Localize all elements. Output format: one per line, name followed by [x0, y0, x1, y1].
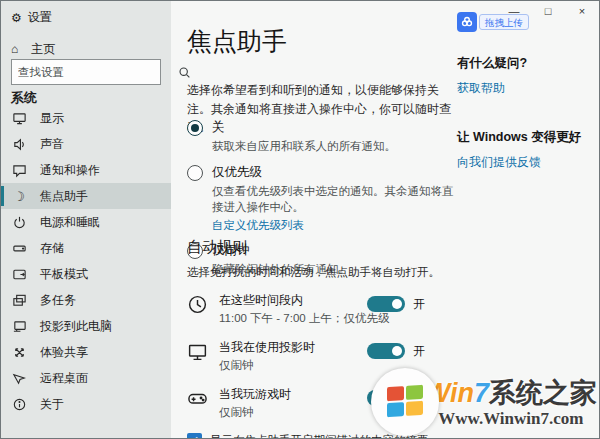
- sidebar-item-focus-assist[interactable]: ☽ 焦点助手: [1, 183, 171, 209]
- radio-option-priority-only[interactable]: 仅优先级 仅查看优先级列表中选定的通知。其余通知将直接进入操作中心。 自定义优先…: [187, 164, 455, 233]
- sidebar-item-notifications[interactable]: 通知和操作: [1, 157, 171, 183]
- search-icon[interactable]: [178, 66, 191, 79]
- sidebar-item-tablet-mode[interactable]: 平板模式: [1, 261, 171, 287]
- sidebar-item-projecting[interactable]: 投影到此电脑: [1, 313, 171, 339]
- sidebar-item-label: 电源和睡眠: [40, 214, 100, 231]
- rule-sublabel: 11:00 下午 - 7:00 上午；仅优先级: [219, 311, 389, 326]
- toggle-on[interactable]: [367, 296, 405, 312]
- sidebar-item-label: 关于: [40, 396, 64, 413]
- automatic-rules-title: 自动规则: [187, 238, 457, 257]
- sidebar-item-label: 多任务: [40, 292, 76, 309]
- window-title-text: 设置: [28, 9, 52, 26]
- multitask-icon: [11, 292, 27, 308]
- sidebar-item-label: 存储: [40, 240, 64, 257]
- share-icon: [11, 344, 27, 360]
- radio-description: 仅查看优先级列表中选定的通知。其余通知将直接进入操作中心。: [212, 183, 455, 216]
- rule-during-these-times: 在这些时间段内 11:00 下午 - 7:00 上午；仅优先级 开: [187, 292, 447, 326]
- brand-seven: 7: [474, 378, 489, 408]
- automatic-rules-description: 选择免打扰的时间和活动，焦点助手将自动打开。: [187, 265, 457, 280]
- home-label: 主页: [31, 41, 55, 58]
- radio-label: 关: [212, 119, 396, 136]
- sidebar-item-display[interactable]: 显示: [1, 105, 171, 131]
- settings-window: ⚙ 设置 ⌂ 主页 系统 显示: [0, 0, 600, 439]
- remote-desktop-icon: [11, 370, 27, 386]
- checkbox-checked-icon[interactable]: ✓: [187, 433, 202, 439]
- sidebar-nav: 显示 声音 通知和操作 ☽ 焦点助手: [1, 105, 171, 417]
- rule-sublabel: 仅闹钟: [219, 405, 291, 420]
- window-title: ⚙ 设置: [11, 9, 52, 26]
- get-help-link[interactable]: 获取帮助: [457, 80, 595, 97]
- watermark-url: Www.Winwin7.com: [425, 409, 597, 429]
- close-button[interactable]: ×: [571, 5, 593, 17]
- radio-selected-icon[interactable]: [187, 120, 203, 136]
- sidebar-item-home[interactable]: ⌂ 主页: [11, 37, 55, 61]
- upload-button-label[interactable]: 拖拽上传: [479, 14, 529, 30]
- sidebar-item-sound[interactable]: 声音: [1, 131, 171, 157]
- sidebar-item-label: 显示: [40, 110, 64, 127]
- clock-icon: [187, 292, 211, 316]
- focus-assist-icon: ☽: [11, 188, 27, 204]
- watermark-brand: Win7系统之家: [425, 375, 597, 411]
- sidebar-item-shared-experiences[interactable]: 体验共享: [1, 339, 171, 365]
- tablet-icon: [11, 266, 27, 282]
- brand-suffix: 系统之家: [489, 378, 597, 408]
- sidebar-item-label: 远程桌面: [40, 370, 88, 387]
- radio-unselected-icon[interactable]: [187, 165, 203, 181]
- make-windows-better-title: 让 Windows 变得更好: [457, 129, 595, 146]
- netdisk-icon: [457, 12, 477, 32]
- search-box: [11, 59, 161, 85]
- sidebar-item-label: 投影到此电脑: [40, 318, 112, 335]
- radio-option-off[interactable]: 关 获取来自应用和联系人的所有通知。: [187, 119, 455, 155]
- help-column: 有什么疑问? 获取帮助 让 Windows 变得更好 向我们提供反馈: [457, 55, 595, 171]
- storage-icon: [11, 240, 27, 256]
- customize-priority-list-link[interactable]: 自定义优先级列表: [212, 218, 455, 233]
- toggle-state-label: 开: [413, 343, 425, 360]
- sidebar-item-remote-desktop[interactable]: 远程桌面: [1, 365, 171, 391]
- sidebar-item-about[interactable]: 关于: [1, 391, 171, 417]
- sidebar-item-label: 平板模式: [40, 266, 88, 283]
- feedback-link[interactable]: 向我们提供反馈: [457, 154, 595, 171]
- page-title: 焦点助手: [187, 25, 287, 58]
- sound-icon: [11, 136, 27, 152]
- sidebar-item-multitasking[interactable]: 多任务: [1, 287, 171, 313]
- power-icon: [11, 214, 27, 230]
- notifications-icon: [11, 162, 27, 178]
- sidebar-item-label: 通知和操作: [40, 162, 100, 179]
- projector-icon: [187, 339, 211, 363]
- windows-logo-icon: [371, 368, 439, 436]
- search-input[interactable]: [12, 66, 178, 78]
- cloud-upload-widget[interactable]: 拖拽上传: [457, 12, 529, 32]
- toggle-state-label: 开: [413, 296, 425, 313]
- about-icon: [11, 396, 27, 412]
- radio-label: 仅优先级: [212, 164, 455, 181]
- rule-label: 当我在使用投影时: [219, 339, 315, 356]
- radio-description: 获取来自应用和联系人的所有通知。: [212, 138, 396, 155]
- project-icon: [11, 318, 27, 334]
- toggle-on[interactable]: [367, 343, 405, 359]
- sidebar: ⚙ 设置 ⌂ 主页 系统 显示: [1, 1, 171, 438]
- display-icon: [11, 110, 27, 126]
- maximize-button[interactable]: □: [537, 5, 559, 17]
- sidebar-item-label: 体验共享: [40, 344, 88, 361]
- sidebar-item-storage[interactable]: 存储: [1, 235, 171, 261]
- help-question-title: 有什么疑问?: [457, 55, 595, 72]
- sidebar-item-label: 焦点助手: [40, 188, 88, 205]
- rule-sublabel: 仅闹钟: [219, 358, 315, 373]
- gamepad-icon: [187, 386, 211, 410]
- rule-label: 在这些时间段内: [219, 292, 389, 309]
- sidebar-item-power-sleep[interactable]: 电源和睡眠: [1, 209, 171, 235]
- site-watermark: Win7系统之家 Www.Winwin7.com: [371, 368, 597, 436]
- sidebar-item-label: 声音: [40, 136, 64, 153]
- home-icon: ⌂: [11, 42, 18, 56]
- gear-icon: ⚙: [11, 11, 22, 25]
- rule-label: 当我玩游戏时: [219, 386, 291, 403]
